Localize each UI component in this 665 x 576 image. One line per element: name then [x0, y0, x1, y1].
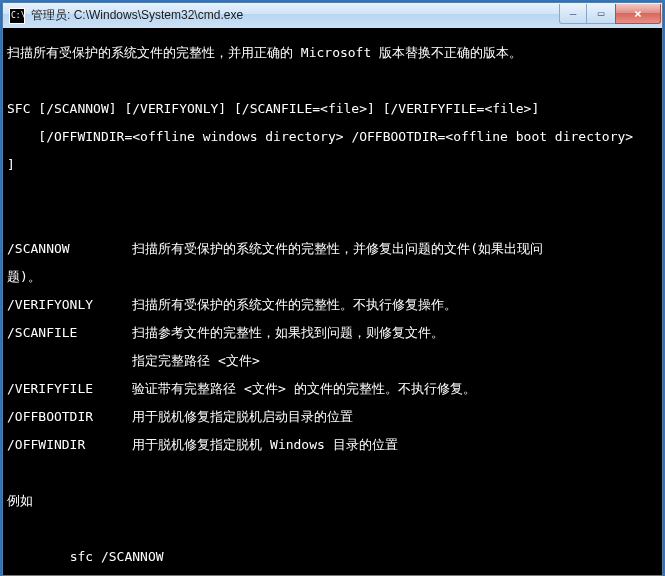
close-button[interactable]: ×: [615, 4, 661, 24]
output-line: /VERIFYONLY 扫描所有受保护的系统文件的完整性。不执行修复操作。: [7, 298, 662, 312]
output-line: [7, 186, 662, 200]
output-line: [/OFFWINDIR=<offline windows directory> …: [7, 130, 662, 144]
titlebar[interactable]: 管理员: C:\Windows\System32\cmd.exe — ▭ ×: [2, 2, 663, 28]
output-line: ]: [7, 158, 662, 172]
output-line: [7, 74, 662, 88]
output-line: 例如: [7, 494, 662, 508]
window-title: 管理员: C:\Windows\System32\cmd.exe: [31, 7, 559, 24]
output-line: 指定完整路径 <文件>: [7, 354, 662, 368]
output-line: /OFFBOOTDIR 用于脱机修复指定脱机启动目录的位置: [7, 410, 662, 424]
output-line: /OFFWINDIR 用于脱机修复指定脱机 Windows 目录的位置: [7, 438, 662, 452]
output-line: /SCANFILE 扫描参考文件的完整性，如果找到问题，则修复文件。: [7, 326, 662, 340]
cmd-icon: [9, 8, 25, 24]
maximize-button[interactable]: ▭: [587, 4, 615, 24]
window-buttons: — ▭ ×: [559, 4, 661, 24]
output-line: [7, 214, 662, 228]
minimize-button[interactable]: —: [559, 4, 587, 24]
output-line: [7, 466, 662, 480]
output-line: [7, 522, 662, 536]
output-line: /VERIFYFILE 验证带有完整路径 <文件> 的文件的完整性。不执行修复。: [7, 382, 662, 396]
output-line: 题)。: [7, 270, 662, 284]
output-line: sfc /SCANNOW: [7, 550, 662, 564]
cmd-window: 管理员: C:\Windows\System32\cmd.exe — ▭ × 扫…: [2, 2, 663, 576]
output-line: SFC [/SCANNOW] [/VERIFYONLY] [/SCANFILE=…: [7, 102, 662, 116]
output-line: /SCANNOW 扫描所有受保护的系统文件的完整性，并修复出问题的文件(如果出现…: [7, 242, 662, 256]
console-output[interactable]: 扫描所有受保护的系统文件的完整性，并用正确的 Microsoft 版本替换不正确…: [2, 28, 663, 576]
output-line: 扫描所有受保护的系统文件的完整性，并用正确的 Microsoft 版本替换不正确…: [7, 46, 662, 60]
